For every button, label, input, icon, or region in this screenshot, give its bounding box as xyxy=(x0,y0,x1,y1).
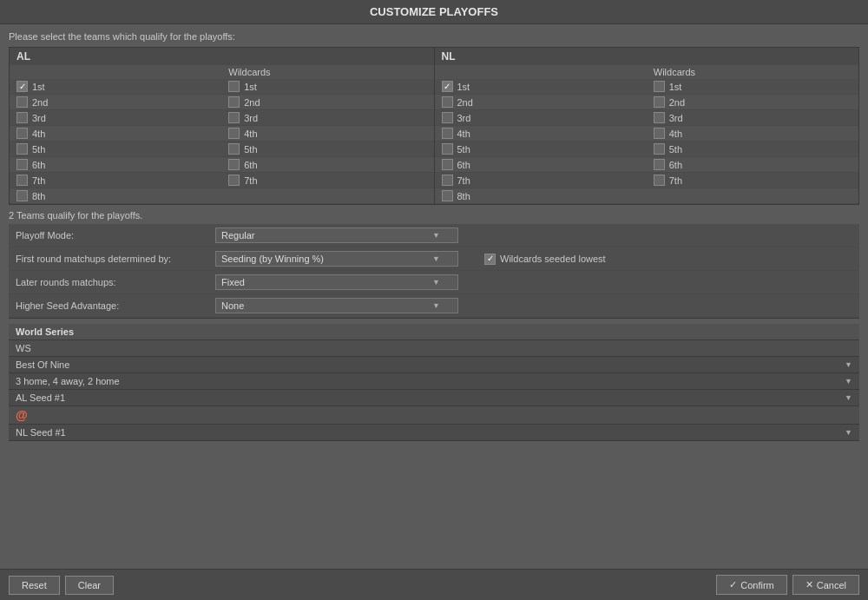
wildcards-seeded-checkbox[interactable] xyxy=(484,254,496,265)
team1-row[interactable]: AL Seed #1 ▼ xyxy=(9,390,859,406)
reset-button[interactable]: Reset xyxy=(9,576,60,595)
chevron-down-icon: ▼ xyxy=(432,231,440,240)
nl-wild-5-checkbox[interactable] xyxy=(654,143,665,155)
nl-wild-7-checkbox[interactable] xyxy=(654,175,665,186)
first-round-label: First round matchups determined by: xyxy=(16,254,207,264)
nl-main-7-label: 7th xyxy=(457,175,470,186)
nl-wildcards-label: Wildcards xyxy=(647,65,858,79)
al-main-5-checkbox[interactable] xyxy=(16,143,28,155)
format-value: 3 home, 4 away, 2 home xyxy=(16,376,120,386)
al-seed-row-3: 3rd 3rd xyxy=(10,110,434,126)
nl-main-8-checkbox[interactable] xyxy=(442,190,453,201)
nl-main-4-label: 4th xyxy=(457,129,470,139)
al-wild-3-checkbox[interactable] xyxy=(228,112,240,123)
first-round-dropdown[interactable]: Seeding (by Winning %) ▼ xyxy=(215,251,458,267)
al-main-7-checkbox[interactable] xyxy=(16,175,28,186)
team2-row[interactable]: NL Seed #1 ▼ xyxy=(9,425,859,441)
nl-main-2-checkbox[interactable] xyxy=(442,96,453,108)
playoff-mode-value: Regular xyxy=(221,230,255,241)
leagues-container: AL Wildcards 1st 1st xyxy=(9,47,859,205)
first-round-value: Seeding (by Winning %) xyxy=(221,254,324,264)
higher-seed-dropdown[interactable]: None ▼ xyxy=(215,298,458,313)
al-wild-6-checkbox[interactable] xyxy=(228,159,240,170)
nl-seed-row-6: 6th 6th xyxy=(435,157,859,173)
nl-seed-row-3: 3rd 3rd xyxy=(435,110,859,126)
chevron-down-icon: ▼ xyxy=(432,278,440,287)
al-main-4-checkbox[interactable] xyxy=(16,128,28,139)
al-main-2-checkbox[interactable] xyxy=(16,96,28,108)
al-main-1-checkbox[interactable] xyxy=(16,81,28,92)
nl-main-7-checkbox[interactable] xyxy=(442,175,453,186)
al-wild-1-checkbox[interactable] xyxy=(228,81,240,92)
al-wild-4-label: 4th xyxy=(244,129,257,139)
nl-wild-2-checkbox[interactable] xyxy=(654,96,665,108)
series-abbrev-row: WS xyxy=(9,340,859,357)
higher-seed-label: Higher Seed Advantage: xyxy=(16,300,207,311)
al-wild-7-label: 7th xyxy=(244,175,257,186)
chevron-down-icon: ▼ xyxy=(845,377,852,386)
nl-wild-3-checkbox[interactable] xyxy=(654,112,665,123)
confirm-button[interactable]: ✓ Confirm xyxy=(716,575,787,595)
al-main-8-checkbox[interactable] xyxy=(16,190,28,201)
al-wild-4-checkbox[interactable] xyxy=(228,128,240,139)
al-main-1-label: 1st xyxy=(32,82,45,92)
later-rounds-row: Later rounds matchups: Fixed ▼ xyxy=(9,271,859,294)
al-main-6-checkbox[interactable] xyxy=(16,159,28,170)
playoff-mode-dropdown[interactable]: Regular ▼ xyxy=(215,227,458,243)
al-seed-row-2: 2nd 2nd xyxy=(10,95,434,110)
customize-playoffs-dialog: CUSTOMIZE PLAYOFFS Please select the tea… xyxy=(0,0,868,600)
higher-seed-row: Higher Seed Advantage: None ▼ xyxy=(9,294,859,318)
al-main-5-label: 5th xyxy=(32,144,45,155)
playoff-mode-row: Playoff Mode: Regular ▼ xyxy=(9,224,859,247)
nl-main-4-checkbox[interactable] xyxy=(442,128,453,139)
al-main-3-label: 3rd xyxy=(32,113,46,123)
clear-button[interactable]: Clear xyxy=(65,576,114,595)
al-seed-row-7: 7th 7th xyxy=(10,173,434,188)
al-main-2-label: 2nd xyxy=(32,97,48,108)
nl-wild-6-checkbox[interactable] xyxy=(654,159,665,170)
nl-main-3-label: 3rd xyxy=(457,113,471,123)
nl-seed-row-5: 5th 5th xyxy=(435,142,859,157)
later-rounds-dropdown[interactable]: Fixed ▼ xyxy=(215,274,458,290)
nl-seed-row-1: 1st 1st xyxy=(435,79,859,95)
nl-seed-row-2: 2nd 2nd xyxy=(435,95,859,110)
footer: Reset Clear ✓ Confirm ✕ Cancel xyxy=(0,569,868,600)
nl-wild-5-label: 5th xyxy=(669,144,682,155)
al-wild-5-label: 5th xyxy=(244,144,257,155)
nl-main-8-label: 8th xyxy=(457,191,470,201)
nl-wild-4-label: 4th xyxy=(669,129,682,139)
al-wild-7-checkbox[interactable] xyxy=(228,175,240,186)
nl-main-3-checkbox[interactable] xyxy=(442,112,453,123)
nl-main-5-checkbox[interactable] xyxy=(442,143,453,155)
al-main-7-label: 7th xyxy=(32,175,45,186)
nl-wild-1-label: 1st xyxy=(669,82,682,92)
checkmark-icon: ✓ xyxy=(729,579,737,590)
settings-section: Playoff Mode: Regular ▼ First round matc… xyxy=(9,224,859,319)
chevron-down-icon: ▼ xyxy=(845,360,852,369)
best-of-row[interactable]: Best Of Nine ▼ xyxy=(9,357,859,373)
al-seed-row-1: 1st 1st xyxy=(10,79,434,95)
al-wild-3-label: 3rd xyxy=(244,113,258,123)
chevron-down-icon: ▼ xyxy=(845,428,852,437)
team2-value: NL Seed #1 xyxy=(16,427,66,438)
cancel-button[interactable]: ✕ Cancel xyxy=(792,575,859,595)
al-main-3-checkbox[interactable] xyxy=(16,112,28,123)
chevron-down-icon: ▼ xyxy=(432,301,440,310)
al-wild-2-label: 2nd xyxy=(244,97,260,108)
nl-wildcards-header: Wildcards xyxy=(435,65,859,79)
al-wild-2-checkbox[interactable] xyxy=(228,96,240,108)
nl-header: NL xyxy=(435,48,859,65)
al-seed-row-5: 5th 5th xyxy=(10,142,434,157)
nl-main-1-checkbox[interactable] xyxy=(442,81,453,92)
cancel-label: Cancel xyxy=(817,580,846,590)
nl-wild-1-checkbox[interactable] xyxy=(654,81,665,92)
team1-value: AL Seed #1 xyxy=(16,392,65,403)
nl-main-2-label: 2nd xyxy=(457,97,473,108)
nl-main-6-checkbox[interactable] xyxy=(442,159,453,170)
series-section: World Series WS Best Of Nine ▼ 3 home, 4… xyxy=(9,324,859,441)
format-row[interactable]: 3 home, 4 away, 2 home ▼ xyxy=(9,373,859,390)
al-seed-row-4: 4th 4th xyxy=(10,126,434,142)
nl-wild-4-checkbox[interactable] xyxy=(654,128,665,139)
al-wild-5-checkbox[interactable] xyxy=(228,143,240,155)
nl-wild-6-label: 6th xyxy=(669,160,682,170)
